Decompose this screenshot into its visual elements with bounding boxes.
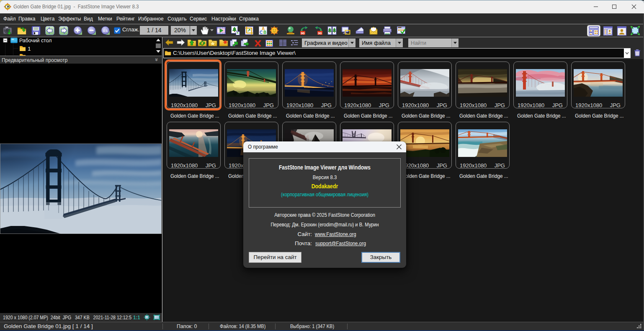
svg-text:1: 1 (28, 46, 31, 52)
svg-text:1:1: 1:1 (103, 29, 108, 33)
svg-text:B: B (263, 30, 266, 35)
svg-text:Рабочий стол: Рабочий стол (19, 38, 52, 44)
svg-text:1 / 14: 1 / 14 (147, 27, 161, 33)
svg-text:20%: 20% (174, 27, 186, 33)
svg-text:90: 90 (318, 31, 322, 35)
svg-text:C: C (260, 30, 263, 35)
svg-text:90: 90 (301, 31, 305, 35)
svg-text:Сглаж.: Сглаж. (122, 26, 139, 33)
